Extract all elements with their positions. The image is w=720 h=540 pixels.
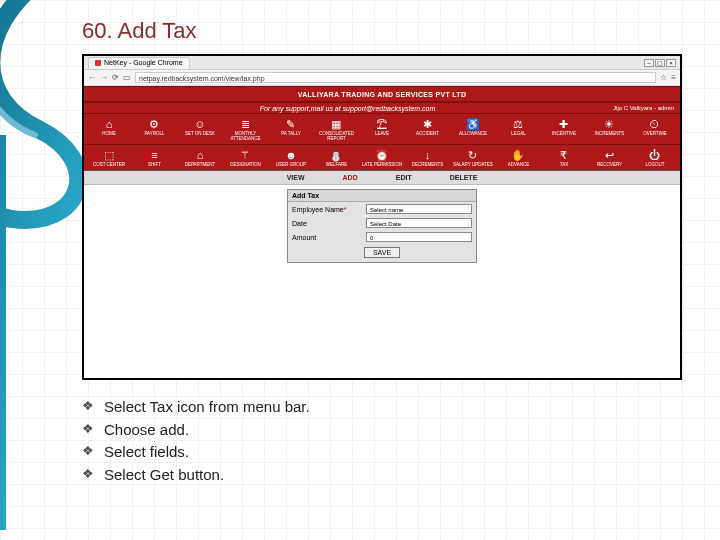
menu-item-decrements[interactable]: ↓DECREMENTS: [407, 147, 449, 168]
menu-row-1: ⌂HOME⚙PAYROLL☺SET ON DESK≣MONTHLY ATTEND…: [84, 114, 680, 145]
window-controls: – ▢ ×: [644, 59, 676, 67]
slide-title: 60. Add Tax: [82, 18, 690, 44]
user-group-icon: ☻: [284, 148, 298, 162]
back-icon[interactable]: ←: [88, 73, 96, 82]
menu-item-set-on-desk[interactable]: ☺SET ON DESK: [179, 116, 221, 142]
payroll-icon: ⚙: [147, 117, 161, 131]
menu-item-salary-updates[interactable]: ↻SALARY UPDATES: [452, 147, 494, 168]
menu-item-overtime[interactable]: ⏲OVERTIME: [634, 116, 676, 142]
menu-item-allowance[interactable]: ♿ALLOWANCE: [452, 116, 494, 142]
instruction-list: Select Tax icon from menu bar.Choose add…: [82, 396, 690, 486]
page-icon: ▭: [123, 73, 131, 82]
menu-item-late-permission[interactable]: ⏰LATE PERMISSION: [361, 147, 403, 168]
menu-icon[interactable]: ≡: [671, 73, 676, 82]
menu-label: DEPARTMENT: [185, 162, 216, 167]
allowance-icon: ♿: [466, 117, 480, 131]
url-toolbar: ← → ⟳ ▭ netpay.redbacksystem.com/view/ta…: [84, 70, 680, 86]
menu-label: USER GROUP: [276, 162, 306, 167]
menu-label: PAYROLL: [144, 131, 164, 136]
menu-label: WELFARE: [326, 162, 348, 167]
menu-item-legal[interactable]: ⚖LEGAL: [498, 116, 540, 142]
menu-item-payroll[interactable]: ⚙PAYROLL: [134, 116, 176, 142]
window-minimize-icon[interactable]: –: [644, 59, 654, 67]
menu-item-welfare[interactable]: ⛄WELFARE: [316, 147, 358, 168]
home-icon: ⌂: [102, 117, 116, 131]
tab-view[interactable]: VIEW: [287, 174, 305, 181]
menu-item-department[interactable]: ⌂DEPARTMENT: [179, 147, 221, 168]
logged-user: Jijo C Valliyara - admin: [613, 105, 674, 111]
menu-label: SET ON DESK: [185, 131, 215, 136]
menu-item-consolidated-report[interactable]: ▦CONSOLIDATED REPORT: [316, 116, 358, 142]
window-maximize-icon[interactable]: ▢: [655, 59, 665, 67]
menu-label: INCREMENTS: [595, 131, 625, 136]
support-text: For any support,mail us at support@redba…: [90, 105, 605, 112]
menu-item-advance[interactable]: ✋ADVANCE: [498, 147, 540, 168]
shift-icon: ≡: [147, 148, 161, 162]
menu-item-home[interactable]: ⌂HOME: [88, 116, 130, 142]
tab-edit[interactable]: EDIT: [396, 174, 412, 181]
menu-label: SHIFT: [148, 162, 161, 167]
date-label: Date: [292, 220, 362, 227]
tab-add[interactable]: ADD: [343, 174, 358, 181]
menu-item-recovery[interactable]: ↩RECOVERY: [589, 147, 631, 168]
menu-item-incentive[interactable]: ✚INCENTIVE: [543, 116, 585, 142]
chrome-titlebar: NetKey - Google Chrome – ▢ ×: [84, 56, 680, 70]
forward-icon[interactable]: →: [100, 73, 108, 82]
save-button[interactable]: SAVE: [364, 247, 400, 258]
menu-item-increments[interactable]: ☀INCREMENTS: [589, 116, 631, 142]
menu-label: RECOVERY: [597, 162, 622, 167]
menu-item-logout[interactable]: ⏻LOGOUT: [634, 147, 676, 168]
instruction-item: Select Get button.: [82, 464, 690, 487]
accident-icon: ✱: [420, 117, 434, 131]
menu-item-pa-tally[interactable]: ✎PA TALLY: [270, 116, 312, 142]
bookmark-icon[interactable]: ☆: [660, 73, 667, 82]
menu-label: LEAVE: [375, 131, 389, 136]
tab-delete[interactable]: DELETE: [450, 174, 478, 181]
menu-item-designation[interactable]: ⚚DESIGNATION: [225, 147, 267, 168]
add-tax-form: Add Tax Employee Name* Select name Date …: [287, 189, 477, 263]
menu-label: INCENTIVE: [552, 131, 576, 136]
menu-label: ALLOWANCE: [459, 131, 487, 136]
amount-input[interactable]: 0: [366, 232, 472, 242]
menu-item-leave[interactable]: ⛱LEAVE: [361, 116, 403, 142]
salary-updates-icon: ↻: [466, 148, 480, 162]
form-title: Add Tax: [288, 190, 476, 202]
incentive-icon: ✚: [557, 117, 571, 131]
menu-label: PA TALLY: [281, 131, 301, 136]
tab-label: NetKey - Google Chrome: [104, 57, 183, 69]
menu-row-2: ⬚COST CENTER≡SHIFT⌂DEPARTMENT⚚DESIGNATIO…: [84, 145, 680, 171]
window-close-icon[interactable]: ×: [666, 59, 676, 67]
employee-select[interactable]: Select name: [366, 204, 472, 214]
menu-label: LEGAL: [511, 131, 526, 136]
tax-icon: ₹: [557, 148, 571, 162]
menu-item-monthly-attendance[interactable]: ≣MONTHLY ATTENDANCE: [225, 116, 267, 142]
menu-label: ACCIDENT: [416, 131, 439, 136]
advance-icon: ✋: [511, 148, 525, 162]
browser-screenshot: NetKey - Google Chrome – ▢ × ← → ⟳ ▭ net…: [82, 54, 682, 380]
menu-label: LOGOUT: [645, 162, 664, 167]
increments-icon: ☀: [602, 117, 616, 131]
menu-label: SALARY UPDATES: [453, 162, 493, 167]
menu-item-accident[interactable]: ✱ACCIDENT: [407, 116, 449, 142]
menu-label: COST CENTER: [93, 162, 125, 167]
menu-item-tax[interactable]: ₹TAX: [543, 147, 585, 168]
menu-item-cost-center[interactable]: ⬚COST CENTER: [88, 147, 130, 168]
menu-label: OVERTIME: [643, 131, 666, 136]
leave-icon: ⛱: [375, 117, 389, 131]
menu-label: TAX: [560, 162, 568, 167]
menu-item-user-group[interactable]: ☻USER GROUP: [270, 147, 312, 168]
reload-icon[interactable]: ⟳: [112, 73, 119, 82]
monthly-attendance-icon: ≣: [238, 117, 252, 131]
menu-label: LATE PERMISSION: [362, 162, 402, 167]
menu-label: MONTHLY ATTENDANCE: [225, 131, 267, 141]
employee-label: Employee Name*: [292, 206, 362, 213]
designation-icon: ⚚: [238, 148, 252, 162]
date-input[interactable]: Select Date: [366, 218, 472, 228]
browser-tab[interactable]: NetKey - Google Chrome: [88, 57, 190, 69]
menu-label: DECREMENTS: [412, 162, 444, 167]
menu-label: CONSOLIDATED REPORT: [316, 131, 358, 141]
pa-tally-icon: ✎: [284, 117, 298, 131]
logout-icon: ⏻: [648, 148, 662, 162]
url-input[interactable]: netpay.redbacksystem.com/view/tax.php: [135, 72, 656, 83]
menu-item-shift[interactable]: ≡SHIFT: [134, 147, 176, 168]
